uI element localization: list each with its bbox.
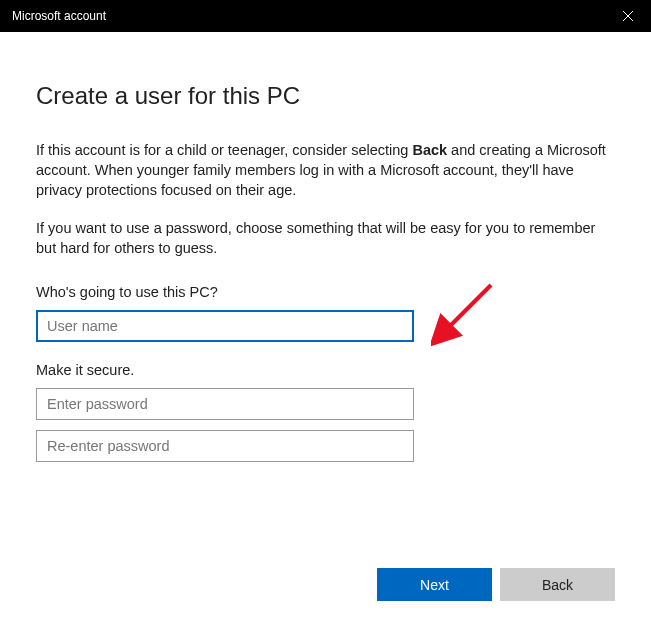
content-area: Create a user for this PC If this accoun… [0,32,651,462]
page-title: Create a user for this PC [36,82,615,110]
close-icon [623,11,633,21]
username-label: Who's going to use this PC? [36,284,615,300]
secure-label: Make it secure. [36,362,615,378]
intro-text-1: If this account is for a child or teenag… [36,140,615,200]
close-button[interactable] [605,0,651,32]
intro-text-2: If you want to use a password, choose so… [36,218,615,258]
button-row: Next Back [377,568,615,601]
back-button[interactable]: Back [500,568,615,601]
intro-part1: If this account is for a child or teenag… [36,142,412,158]
confirm-password-input[interactable] [36,430,414,462]
password-input[interactable] [36,388,414,420]
titlebar: Microsoft account [0,0,651,32]
next-button[interactable]: Next [377,568,492,601]
username-input[interactable] [36,310,414,342]
titlebar-title: Microsoft account [12,9,106,23]
intro-bold: Back [412,142,447,158]
